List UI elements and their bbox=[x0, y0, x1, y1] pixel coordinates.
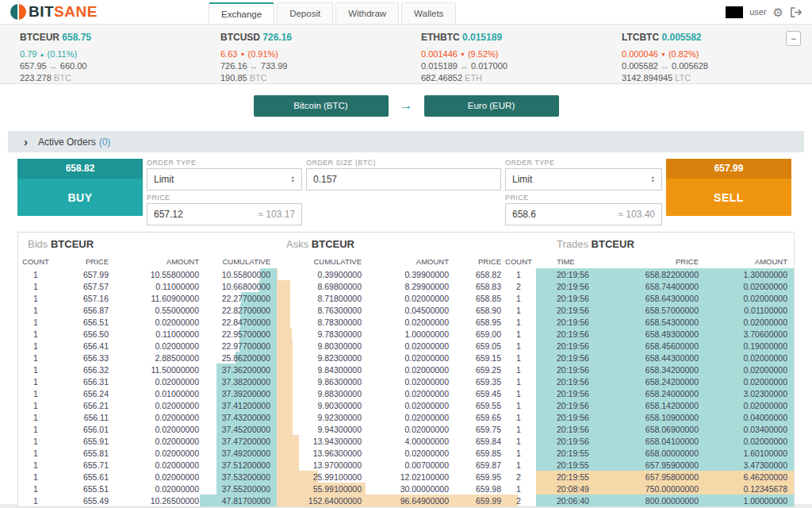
ask-row[interactable]: 8.718000000.02000000658.851 bbox=[277, 292, 536, 304]
trade-row[interactable]: 20:19:55658.000000001.60100000 bbox=[536, 447, 794, 459]
cell: 1 bbox=[18, 425, 53, 434]
cell: 659.75 bbox=[449, 425, 501, 434]
ask-row[interactable]: 0.399000000.39900000658.821 bbox=[277, 268, 536, 280]
ask-row[interactable]: 9.843000000.02000000659.251 bbox=[277, 364, 536, 375]
cell: 0.02000000 bbox=[109, 472, 199, 482]
bid-row[interactable]: 1657.1611.6090000022.27700000 bbox=[18, 292, 277, 304]
trade-row[interactable]: 20:19:56658.744000000.02000000 bbox=[536, 280, 794, 292]
quote-currency-button[interactable]: Euro (EUR) bbox=[424, 95, 559, 117]
tab-exchange[interactable]: Exchange bbox=[209, 2, 274, 24]
column-header: COUNT bbox=[501, 257, 536, 266]
cell: 656.50 bbox=[53, 329, 109, 339]
ask-row[interactable]: 8.763000000.04500000658.901 bbox=[277, 304, 536, 316]
bid-row[interactable]: 1657.9910.5580000010.55800000 bbox=[18, 268, 277, 280]
sign-out-icon[interactable] bbox=[790, 7, 802, 17]
cell: 659.25 bbox=[449, 365, 501, 375]
ask-row[interactable]: 13.970000000.00700000659.871 bbox=[277, 459, 536, 471]
buy-price-input[interactable]: 657.12 ≈ 103.17 bbox=[147, 203, 302, 225]
trade-row[interactable]: 20:19:56658.570000000.01100000 bbox=[536, 304, 794, 316]
bid-row[interactable]: 1655.710.0200000037.51200000 bbox=[18, 459, 277, 471]
active-orders-bar[interactable]: › Active Orders (0) bbox=[8, 131, 804, 152]
bid-row[interactable]: 1656.870.5500000022.82700000 bbox=[18, 304, 277, 316]
bid-row[interactable]: 1656.332.8850000025.86200000 bbox=[18, 352, 277, 364]
bid-row[interactable]: 1655.910.0200000037.47200000 bbox=[18, 435, 277, 447]
trade-row[interactable]: 20:19:56658.240000003.02300000 bbox=[536, 387, 794, 399]
trade-row[interactable]: 20:19:56658.342000000.02000000 bbox=[536, 364, 794, 375]
ask-row[interactable]: 9.863000000.02000000659.351 bbox=[277, 375, 536, 387]
ask-row[interactable]: 13.943000004.00000000659.841 bbox=[277, 435, 536, 447]
ask-row[interactable]: 9.943000000.02000000659.751 bbox=[277, 423, 536, 435]
ask-row[interactable]: 9.823000000.02000000659.151 bbox=[277, 352, 536, 364]
bid-row[interactable]: 1656.3211.5000000037.36200000 bbox=[18, 364, 277, 375]
trade-row[interactable]: 20:19:55657.958000006.46200000 bbox=[536, 471, 794, 483]
change-arrow-icon: ▼ bbox=[661, 52, 666, 57]
trade-row[interactable]: 20:19:56658.109000000.04000000 bbox=[536, 411, 794, 423]
ask-row[interactable]: 9.883000000.02000000659.451 bbox=[277, 387, 536, 399]
sell-price-input[interactable]: 658.6 ≈ 103.40 bbox=[505, 203, 662, 225]
ticker-ltcbtc[interactable]: LTCBTC 0.0055820.000046 ▼ (0.82%)0.00558… bbox=[622, 32, 812, 83]
trade-row[interactable]: 20:19:56658.069000000.03400000 bbox=[536, 423, 794, 435]
cell: 37.53200000 bbox=[199, 472, 270, 482]
collapse-ticker-button[interactable]: − bbox=[786, 31, 801, 46]
ticker-btceur[interactable]: BTCEUR 658.750.79 ▲ (0.11%)657.95 ↔ 660.… bbox=[20, 32, 220, 83]
trade-row[interactable]: 20:19:56658.493000003.70600000 bbox=[536, 328, 794, 340]
bid-row[interactable]: 1655.810.0200000037.49200000 bbox=[18, 447, 277, 459]
bid-row[interactable]: 1655.4910.2650000047.81700000 bbox=[18, 495, 277, 506]
trade-row[interactable]: 20:19:56658.543000000.02000000 bbox=[536, 316, 794, 328]
bid-row[interactable]: 1656.010.0200000037.45200000 bbox=[18, 423, 277, 435]
ticker-btcusd[interactable]: BTCUSD 726.166.63 ▼ (0.91%)726.16 ↔ 733.… bbox=[220, 32, 421, 83]
cell: 20:19:56 bbox=[557, 329, 636, 339]
trade-row[interactable]: 20:19:56658.443000000.02000000 bbox=[536, 352, 794, 364]
tab-wallets[interactable]: Wallets bbox=[401, 2, 456, 24]
trade-row[interactable]: 20:19:56658.822000001.30000000 bbox=[536, 268, 794, 280]
pair-selector: Bitcoin (BTC) → Euro (EUR) bbox=[0, 84, 812, 127]
tab-withdraw[interactable]: Withdraw bbox=[335, 2, 399, 24]
cell: 20:19:56 bbox=[557, 413, 636, 422]
cell: 1.30000000 bbox=[699, 270, 787, 279]
trade-row[interactable]: 20:19:56658.142000000.02000000 bbox=[536, 399, 794, 411]
trade-row[interactable]: 20:08:49750.000000000.12345678 bbox=[536, 483, 794, 495]
base-currency-button[interactable]: Bitcoin (BTC) bbox=[254, 95, 389, 117]
trade-row[interactable]: 20:19:55657.959000003.47300000 bbox=[536, 459, 794, 471]
cell: 1 bbox=[501, 318, 536, 327]
gear-icon[interactable]: ⚙ bbox=[773, 6, 783, 18]
bid-row[interactable]: 1656.500.1100000022.95700000 bbox=[18, 328, 277, 340]
trade-row[interactable]: 20:19:56658.643000000.02000000 bbox=[536, 292, 794, 304]
bid-row[interactable]: 1656.310.0200000037.38200000 bbox=[18, 375, 277, 387]
bid-row[interactable]: 1655.610.0200000037.53200000 bbox=[18, 471, 277, 483]
buy-button[interactable]: 658.82 BUY bbox=[17, 159, 143, 216]
ask-row[interactable]: 13.963000000.02000000659.851 bbox=[277, 447, 536, 459]
bid-row[interactable]: 1655.510.0200000037.55200000 bbox=[18, 483, 277, 495]
trade-row[interactable]: 20:19:56658.456000000.19000000 bbox=[536, 340, 794, 352]
trade-row[interactable]: 20:19:56658.242000000.02000000 bbox=[536, 375, 794, 387]
bid-row[interactable]: 1656.240.0100000037.39200000 bbox=[18, 387, 277, 399]
cell: 0.39900000 bbox=[362, 270, 449, 279]
sell-order-type-select[interactable]: Limit ▲▼ bbox=[505, 168, 662, 190]
order-size-input[interactable]: 0.157 bbox=[306, 168, 501, 190]
ask-row[interactable]: 9.903000000.02000000659.551 bbox=[277, 399, 536, 411]
trade-row[interactable]: 20:06:40800.000000001.00000000 bbox=[536, 495, 794, 506]
trade-row[interactable]: 20:19:56658.041000000.02000000 bbox=[536, 435, 794, 447]
ask-row[interactable]: 9.923000000.02000000659.651 bbox=[277, 411, 536, 423]
ask-row[interactable]: 25.9910000012.02100000659.952 bbox=[277, 471, 536, 483]
bid-row[interactable]: 1657.570.1100000010.66800000 bbox=[18, 280, 277, 292]
bid-row[interactable]: 1656.510.0200000022.84700000 bbox=[18, 316, 277, 328]
bid-row[interactable]: 1656.210.0200000037.41200000 bbox=[18, 399, 277, 411]
ask-row[interactable]: 9.803000000.02000000659.051 bbox=[277, 340, 536, 352]
ask-row[interactable]: 9.783000001.00000000659.001 bbox=[277, 328, 536, 340]
cell: 0.02000000 bbox=[109, 448, 199, 458]
ask-row[interactable]: 55.9910000030.00000000659.981 bbox=[277, 483, 536, 495]
ask-row[interactable]: 152.6400000096.64900000659.992 bbox=[277, 495, 536, 506]
bid-row[interactable]: 1656.410.0200000022.97700000 bbox=[18, 340, 277, 352]
buy-order-type-select[interactable]: Limit ▲▼ bbox=[147, 168, 302, 190]
sell-button[interactable]: 657.99 SELL bbox=[666, 159, 791, 216]
order-type-label: ORDER TYPE bbox=[147, 159, 302, 168]
ticker-ethbtc[interactable]: ETHBTC 0.0151890.001446 ▼ (9.52%)0.01518… bbox=[421, 32, 622, 83]
bitsane-logo[interactable]: BITSANE bbox=[10, 4, 98, 20]
ask-row[interactable]: 8.698000008.29900000658.832 bbox=[277, 280, 536, 292]
ticker-range: 0.005582 ↔ 0.005628 bbox=[622, 60, 812, 72]
ask-row[interactable]: 8.783000000.02000000658.951 bbox=[277, 316, 536, 328]
bid-row[interactable]: 1656.110.0200000037.43200000 bbox=[18, 411, 277, 423]
tab-deposit[interactable]: Deposit bbox=[277, 2, 333, 24]
user-avatar[interactable] bbox=[726, 6, 743, 18]
